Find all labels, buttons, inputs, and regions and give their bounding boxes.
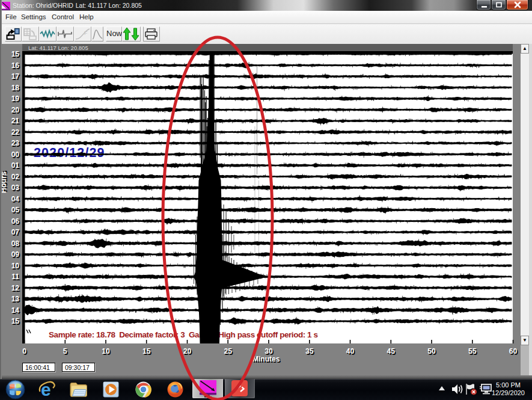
svg-text:F: F <box>84 30 88 36</box>
